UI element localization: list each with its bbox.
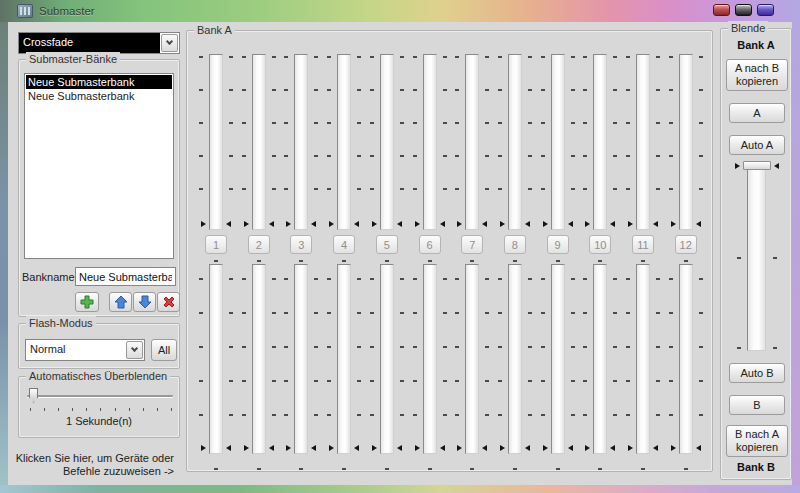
fader-number-button[interactable]: 8 bbox=[504, 235, 526, 254]
fader-track[interactable] bbox=[593, 264, 607, 454]
fader-track[interactable] bbox=[209, 54, 223, 230]
tick-mark bbox=[541, 380, 545, 382]
list-item[interactable]: Neue Submasterbank bbox=[26, 75, 172, 89]
slider-track[interactable] bbox=[27, 395, 173, 397]
fader-number-button[interactable]: 9 bbox=[547, 235, 569, 254]
fader-bottom bbox=[665, 264, 707, 454]
blend-slider-thumb[interactable] bbox=[743, 161, 771, 170]
fader-thumb-marker bbox=[696, 221, 701, 227]
delete-bank-button[interactable] bbox=[157, 292, 180, 312]
assign-hint[interactable]: Klicken Sie hier, um Geräte oder Befehle… bbox=[8, 452, 174, 478]
a-button[interactable]: A bbox=[729, 103, 785, 123]
chevron-down-icon[interactable] bbox=[126, 341, 143, 359]
fader-number-button[interactable]: 11 bbox=[632, 235, 654, 254]
window-close-button[interactable] bbox=[713, 4, 730, 16]
auto-a-button[interactable]: Auto A bbox=[729, 135, 785, 155]
tick-mark bbox=[242, 188, 246, 190]
assign-hint-line2[interactable]: Befehle zuzuweisen -> bbox=[8, 465, 174, 478]
assign-hint-line1[interactable]: Klicken Sie hier, um Geräte oder bbox=[8, 452, 174, 465]
tick-mark bbox=[385, 260, 389, 262]
fader-track[interactable] bbox=[679, 54, 693, 230]
slider-thumb[interactable] bbox=[29, 388, 38, 403]
add-bank-button[interactable] bbox=[75, 292, 99, 312]
tick-mark bbox=[455, 122, 459, 124]
tick-mark bbox=[370, 56, 374, 58]
fader-thumb-marker bbox=[415, 445, 420, 451]
fader-thumb-marker bbox=[269, 445, 274, 451]
fader-number-button[interactable]: 1 bbox=[205, 235, 227, 254]
tick-mark bbox=[229, 122, 233, 124]
tick-mark bbox=[242, 155, 246, 157]
fader-track[interactable] bbox=[252, 264, 266, 454]
fader-top bbox=[280, 54, 322, 230]
fade-time-slider[interactable] bbox=[27, 387, 173, 405]
fader-track[interactable] bbox=[593, 54, 607, 230]
fader-thumb-marker bbox=[354, 445, 359, 451]
titlebar[interactable]: Submaster bbox=[0, 0, 800, 22]
flash-mode-value[interactable]: Normal bbox=[26, 340, 125, 360]
tick-mark bbox=[656, 89, 660, 91]
move-bank-down-button[interactable] bbox=[133, 292, 156, 312]
fader-number-button[interactable]: 6 bbox=[419, 235, 441, 254]
tick-mark bbox=[528, 155, 532, 157]
tick-mark bbox=[299, 468, 303, 470]
tick-mark bbox=[242, 414, 246, 416]
list-item[interactable]: Neue Submasterbank bbox=[26, 89, 172, 103]
mode-dropdown-value[interactable]: Crossfade bbox=[19, 33, 160, 53]
fader-track[interactable] bbox=[508, 264, 522, 454]
fader-number-button[interactable]: 12 bbox=[675, 235, 697, 254]
blend-slider[interactable] bbox=[734, 161, 780, 353]
fader-track[interactable] bbox=[465, 264, 479, 454]
tick-mark bbox=[327, 312, 331, 314]
tick-mark bbox=[583, 312, 587, 314]
tick-mark bbox=[583, 414, 587, 416]
tick-mark bbox=[413, 278, 417, 280]
fader-track[interactable] bbox=[423, 264, 437, 454]
tick-mark bbox=[284, 122, 288, 124]
fader-track[interactable] bbox=[337, 54, 351, 230]
fader-number-button[interactable]: 5 bbox=[376, 235, 398, 254]
fader-number-button[interactable]: 4 bbox=[333, 235, 355, 254]
fade-time-value: 1 Sekunde(n) bbox=[19, 415, 179, 427]
fader-track[interactable] bbox=[551, 264, 565, 454]
tick-mark bbox=[669, 312, 673, 314]
fader-track[interactable] bbox=[636, 54, 650, 230]
tick-mark bbox=[541, 89, 545, 91]
copy-b-to-a-button[interactable]: B nach A kopieren bbox=[726, 425, 788, 457]
fader-track[interactable] bbox=[294, 264, 308, 454]
tick-mark bbox=[199, 380, 203, 382]
mode-dropdown[interactable]: Crossfade bbox=[18, 32, 180, 54]
fader-track[interactable] bbox=[380, 54, 394, 230]
fader-number-button[interactable]: 3 bbox=[290, 235, 312, 254]
fader-number-button[interactable]: 10 bbox=[589, 235, 611, 254]
fader-track[interactable] bbox=[337, 264, 351, 454]
tick-mark bbox=[199, 312, 203, 314]
fader-track[interactable] bbox=[294, 54, 308, 230]
fader-number-button[interactable]: 7 bbox=[461, 235, 483, 254]
fader-number-button[interactable]: 2 bbox=[248, 235, 270, 254]
b-button[interactable]: B bbox=[729, 395, 785, 415]
fader-track[interactable] bbox=[465, 54, 479, 230]
fader-track[interactable] bbox=[636, 264, 650, 454]
move-bank-up-button[interactable] bbox=[109, 292, 132, 312]
fader-track[interactable] bbox=[551, 54, 565, 230]
window-minimize-button[interactable] bbox=[735, 4, 752, 16]
fader-track[interactable] bbox=[508, 54, 522, 230]
fader-track[interactable] bbox=[380, 264, 394, 454]
fader-track[interactable] bbox=[209, 264, 223, 454]
blend-slider-track[interactable] bbox=[747, 166, 766, 351]
fader-track[interactable] bbox=[252, 54, 266, 230]
chevron-down-icon[interactable] bbox=[161, 34, 178, 52]
window-maximize-button[interactable] bbox=[757, 4, 774, 16]
flash-mode-dropdown[interactable]: Normal bbox=[25, 339, 145, 361]
bank-list[interactable]: Neue SubmasterbankNeue Submasterbank bbox=[24, 73, 174, 259]
fader-top bbox=[622, 54, 664, 230]
bankname-input[interactable] bbox=[75, 267, 176, 286]
tick-mark bbox=[571, 89, 575, 91]
flash-all-button[interactable]: All bbox=[151, 339, 177, 361]
fader-track[interactable] bbox=[679, 264, 693, 454]
fader-track[interactable] bbox=[423, 54, 437, 230]
auto-b-button[interactable]: Auto B bbox=[729, 363, 785, 383]
tick-mark bbox=[613, 89, 617, 91]
copy-a-to-b-button[interactable]: A nach B kopieren bbox=[726, 59, 788, 91]
